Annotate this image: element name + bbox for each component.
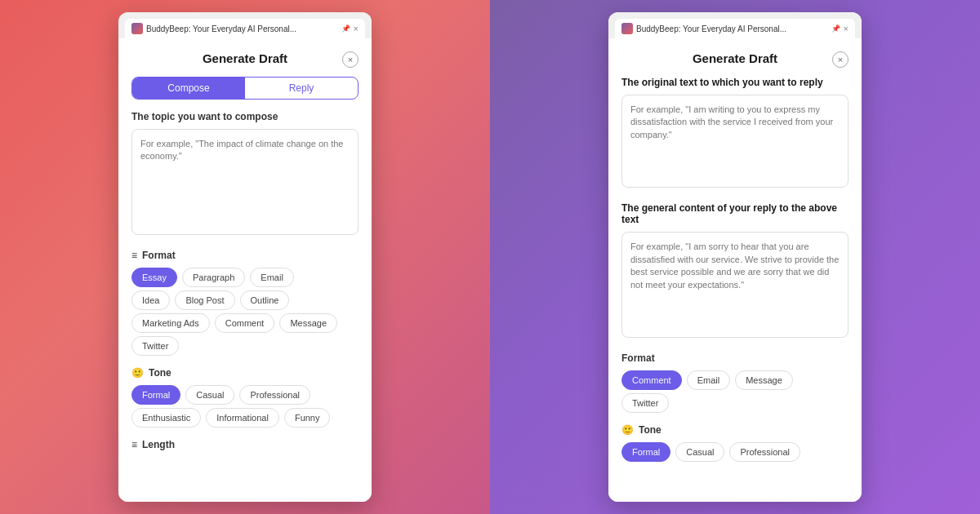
- right-modal-content: Generate Draft × The original text to wh…: [608, 38, 862, 502]
- right-tab-bar: BuddyBeep: Your Everyday AI Personal... …: [608, 12, 862, 38]
- format-chip-blogpost[interactable]: Blog Post: [175, 290, 234, 310]
- right-tone-label: Tone: [639, 424, 662, 436]
- right-tab-close-icon[interactable]: ×: [844, 24, 849, 33]
- tone-icon-right: 🙂: [621, 424, 634, 436]
- left-format-chips-row4: Twitter: [131, 336, 359, 356]
- left-format-section: ≡ Format Essay Paragraph Email Idea Blog…: [131, 250, 359, 356]
- left-tone-label: Tone: [149, 367, 172, 379]
- right-panel: BuddyBeep: Your Everyday AI Personal... …: [490, 0, 980, 514]
- reply-content-input[interactable]: [621, 232, 849, 338]
- format-chip-essay[interactable]: Essay: [131, 268, 177, 287]
- left-tab-pin-icon: 📌: [341, 24, 350, 33]
- left-modal-title: Generate Draft: [203, 51, 287, 65]
- right-format-chips-row1: Comment Email Message: [621, 370, 849, 390]
- format-chip-twitter[interactable]: Twitter: [131, 336, 179, 356]
- left-browser-window: BuddyBeep: Your Everyday AI Personal... …: [118, 12, 372, 502]
- right-modal-close-button[interactable]: ×: [832, 51, 849, 68]
- left-tab-switcher: Compose Reply: [131, 77, 359, 100]
- compose-tab-button[interactable]: Compose: [132, 78, 245, 99]
- length-icon-left: ≡: [131, 439, 137, 450]
- tone-chip-professional[interactable]: Professional: [239, 385, 310, 405]
- right-tone-chips-row1: Formal Casual Professional: [621, 442, 849, 462]
- tone-chip-enthusiastic[interactable]: Enthusiastic: [131, 408, 201, 428]
- right-format-chips-row2: Twitter: [621, 393, 849, 413]
- right-browser-tab[interactable]: BuddyBeep: Your Everyday AI Personal... …: [615, 19, 855, 38]
- right-format-chip-email[interactable]: Email: [687, 370, 731, 390]
- left-format-chips-row1: Essay Paragraph Email: [131, 268, 359, 287]
- left-tab-close-icon[interactable]: ×: [354, 24, 359, 33]
- left-tone-section: 🙂 Tone Formal Casual Professional Enthus…: [131, 367, 359, 428]
- left-tone-chips-row2: Enthusiastic Informational Funny: [131, 408, 359, 428]
- right-format-chip-twitter[interactable]: Twitter: [621, 393, 669, 413]
- format-icon-left: ≡: [131, 250, 137, 261]
- buddybeep-icon-left: [131, 23, 143, 34]
- right-tab-title: BuddyBeep: Your Everyday AI Personal...: [636, 24, 828, 33]
- format-chip-outline[interactable]: Outline: [240, 290, 290, 310]
- right-tone-section: 🙂 Tone Formal Casual Professional: [621, 424, 849, 462]
- format-chip-comment[interactable]: Comment: [215, 313, 275, 333]
- left-tone-label-row: 🙂 Tone: [131, 367, 359, 379]
- right-browser-window: BuddyBeep: Your Everyday AI Personal... …: [608, 12, 862, 502]
- left-modal-content: Generate Draft × Compose Reply The topic…: [118, 38, 372, 502]
- reply-tab-button[interactable]: Reply: [245, 78, 358, 99]
- right-format-label: Format: [621, 352, 849, 364]
- left-modal-close-button[interactable]: ×: [342, 51, 359, 68]
- left-format-label-row: ≡ Format: [131, 250, 359, 261]
- right-tone-chip-formal[interactable]: Formal: [621, 442, 670, 462]
- format-chip-idea[interactable]: Idea: [131, 290, 170, 310]
- tone-chip-informational[interactable]: Informational: [206, 408, 279, 428]
- left-format-label: Format: [142, 250, 176, 261]
- buddybeep-icon-right: [621, 23, 633, 34]
- tone-chip-formal[interactable]: Formal: [131, 385, 180, 405]
- format-chip-paragraph[interactable]: Paragraph: [182, 268, 245, 287]
- right-format-chip-message[interactable]: Message: [735, 370, 793, 390]
- left-modal-header: Generate Draft ×: [131, 51, 359, 65]
- compose-topic-label: The topic you want to compose: [131, 111, 359, 122]
- right-modal-title: Generate Draft: [693, 51, 777, 65]
- right-modal-header: Generate Draft ×: [621, 51, 849, 65]
- left-length-label-row: ≡ Length: [131, 439, 359, 450]
- left-tab-title: BuddyBeep: Your Everyday AI Personal...: [146, 24, 338, 33]
- left-panel: BuddyBeep: Your Everyday AI Personal... …: [0, 0, 490, 514]
- original-text-label: The original text to which you want to r…: [621, 77, 849, 88]
- left-tab-bar: BuddyBeep: Your Everyday AI Personal... …: [118, 12, 372, 38]
- left-browser-tab[interactable]: BuddyBeep: Your Everyday AI Personal... …: [125, 19, 365, 38]
- right-tone-chip-professional[interactable]: Professional: [729, 442, 800, 462]
- compose-topic-input[interactable]: [131, 129, 359, 235]
- tone-icon-left: 🙂: [131, 367, 144, 379]
- left-tone-chips-row1: Formal Casual Professional: [131, 385, 359, 405]
- format-chip-marketingads[interactable]: Marketing Ads: [131, 313, 210, 333]
- format-chip-message[interactable]: Message: [279, 313, 337, 333]
- left-format-chips-row3: Marketing Ads Comment Message: [131, 313, 359, 333]
- right-tab-pin-icon: 📌: [831, 24, 840, 33]
- right-tone-chip-casual[interactable]: Casual: [675, 442, 724, 462]
- tone-chip-casual[interactable]: Casual: [185, 385, 234, 405]
- reply-content-label: The general content of your reply to the…: [621, 202, 849, 225]
- tone-chip-funny[interactable]: Funny: [284, 408, 331, 428]
- left-format-chips-row2: Idea Blog Post Outline: [131, 290, 359, 310]
- right-format-section: Format Comment Email Message Twitter: [621, 352, 849, 413]
- right-tone-label-row: 🙂 Tone: [621, 424, 849, 436]
- left-length-label: Length: [142, 439, 175, 450]
- format-chip-email[interactable]: Email: [250, 268, 294, 287]
- original-text-input[interactable]: [621, 95, 849, 188]
- right-format-chip-comment[interactable]: Comment: [621, 370, 682, 390]
